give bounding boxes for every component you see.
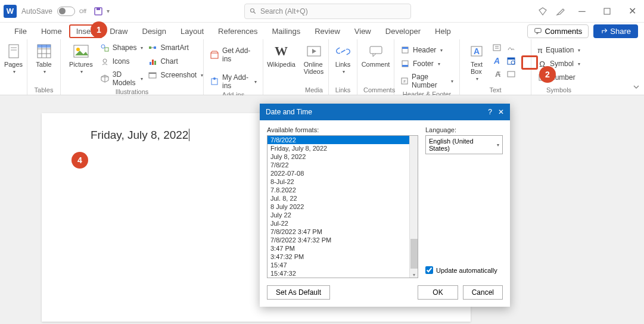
svg-rect-1: [97, 8, 100, 10]
smartart-button[interactable]: SmartArt: [148, 42, 203, 54]
dialog-close-icon[interactable]: ✕: [498, 108, 504, 116]
scrollbar[interactable]: ▾: [409, 136, 418, 278]
page-number-button[interactable]: #Page Number▾: [400, 71, 453, 91]
close-button[interactable]: ✕: [624, 3, 640, 20]
textbox-button[interactable]: A Text Box▾: [466, 42, 487, 83]
tab-view[interactable]: View: [347, 24, 378, 38]
update-auto-checkbox[interactable]: [425, 266, 433, 274]
diamond-icon[interactable]: [538, 7, 547, 16]
toggle-icon[interactable]: [57, 7, 75, 16]
format-option[interactable]: 7/8/2022 3:47 PM: [267, 228, 418, 236]
signature-icon[interactable]: [506, 43, 516, 52]
format-option[interactable]: 7/8/22: [267, 161, 418, 169]
my-addins-button[interactable]: My Add-ins▾: [210, 72, 257, 91]
tab-layout[interactable]: Layout: [173, 24, 211, 38]
ok-button[interactable]: OK: [418, 285, 458, 300]
svg-rect-28: [211, 53, 218, 58]
format-option[interactable]: 3:47:32 PM: [267, 253, 418, 261]
wordart-icon[interactable]: A: [492, 56, 502, 66]
cube-icon: [100, 74, 110, 83]
format-option[interactable]: 15:47:32: [267, 269, 418, 278]
dropcap-icon[interactable]: A: [492, 69, 502, 79]
format-option[interactable]: 8-Jul-22: [267, 177, 418, 186]
tab-file[interactable]: File: [7, 24, 34, 38]
search-input[interactable]: Search (Alt+Q): [244, 4, 411, 19]
svg-line-3: [254, 11, 256, 13]
format-option[interactable]: July 8, 2022: [267, 152, 418, 161]
datetime-icon[interactable]: [506, 56, 516, 66]
minimize-button[interactable]: ─: [574, 3, 590, 20]
tab-draw[interactable]: Draw: [102, 24, 135, 38]
format-option[interactable]: 2022-07-08: [267, 169, 418, 177]
footer-icon: [400, 59, 410, 68]
table-button[interactable]: Table▾: [33, 42, 54, 76]
tab-home[interactable]: Home: [34, 24, 69, 38]
online-videos-button[interactable]: Online Videos: [305, 42, 322, 76]
get-addins-button[interactable]: Get Add-ins: [210, 45, 257, 64]
svg-text:#: #: [403, 79, 406, 83]
quickparts-icon[interactable]: [492, 43, 502, 52]
format-option[interactable]: 7.8.2022: [267, 186, 418, 194]
format-option[interactable]: 8 July 2022: [267, 202, 418, 211]
svg-rect-4: [604, 8, 610, 14]
share-button[interactable]: Share: [593, 24, 638, 38]
shapes-icon: [100, 43, 110, 52]
object-icon[interactable]: [506, 69, 516, 79]
pictures-button[interactable]: Pictures▾: [67, 42, 95, 76]
format-option[interactable]: July 22: [267, 211, 418, 219]
format-option[interactable]: 7/8/2022 3:47:32 PM: [267, 236, 418, 244]
svg-rect-18: [105, 48, 108, 51]
pages-button[interactable]: Pages▾: [6, 42, 21, 76]
table-icon: [36, 43, 52, 60]
tab-help[interactable]: Help: [428, 24, 458, 38]
textbox-icon: A: [468, 43, 485, 60]
format-option[interactable]: Friday, July 8, 2022: [267, 144, 418, 152]
3d-models-button[interactable]: 3D Models▾: [100, 69, 144, 88]
tab-review[interactable]: Review: [307, 24, 347, 38]
group-label-tables: Tables: [33, 86, 54, 95]
maximize-button[interactable]: [599, 3, 615, 20]
header-button[interactable]: Header▾: [400, 44, 453, 56]
scrollbar-thumb[interactable]: [410, 239, 418, 269]
save-icon[interactable]: [94, 7, 103, 16]
dialog-title: Date and Time: [266, 108, 312, 116]
icons-button[interactable]: Icons: [100, 55, 144, 67]
scroll-down-icon[interactable]: ▾: [410, 272, 418, 278]
tab-mailings[interactable]: Mailings: [265, 24, 308, 38]
dialog-titlebar[interactable]: Date and Time ? ✕: [260, 104, 510, 120]
comment-button[interactable]: Comment: [363, 42, 388, 69]
format-option[interactable]: Jul. 8, 22: [267, 194, 418, 202]
collapse-ribbon-icon[interactable]: [632, 83, 640, 91]
chart-button[interactable]: Chart: [148, 55, 203, 67]
svg-rect-20: [149, 46, 151, 49]
addins-icon: [210, 77, 219, 86]
set-default-button[interactable]: Set As Default: [267, 285, 330, 300]
svg-rect-5: [535, 29, 542, 33]
screenshot-button[interactable]: Screenshot▾: [148, 69, 203, 81]
title-bar: W AutoSave Off ▾ Search (Alt+Q) ─ ✕: [0, 0, 644, 23]
tab-design[interactable]: Design: [135, 24, 173, 38]
shapes-button[interactable]: Shapes▾: [100, 42, 144, 54]
wikipedia-button[interactable]: W Wikipedia: [269, 42, 293, 69]
cancel-button[interactable]: Cancel: [463, 285, 503, 300]
format-option[interactable]: 15:47: [267, 261, 418, 269]
language-select[interactable]: English (United States) ▾: [425, 135, 503, 154]
svg-rect-25: [154, 61, 156, 65]
help-icon[interactable]: ?: [488, 108, 492, 116]
autosave-toggle[interactable]: AutoSave Off: [21, 7, 90, 16]
formats-listbox[interactable]: 7/8/2022 Friday, July 8, 2022 July 8, 20…: [267, 135, 418, 278]
format-option[interactable]: Jul-22: [267, 219, 418, 228]
format-option[interactable]: 7/8/2022: [267, 136, 418, 144]
tab-references[interactable]: References: [211, 24, 265, 38]
tab-developer[interactable]: Developer: [378, 24, 428, 38]
equation-button[interactable]: πEquation▾: [537, 44, 580, 56]
format-option[interactable]: 3:47 PM: [267, 244, 418, 253]
comments-button[interactable]: Comments: [527, 24, 589, 38]
svg-point-30: [213, 77, 216, 80]
undo-dropdown-icon[interactable]: ▾: [107, 8, 110, 14]
video-icon: [306, 43, 322, 60]
svg-rect-41: [493, 45, 500, 51]
footer-button[interactable]: Footer▾: [400, 58, 453, 70]
pen-icon[interactable]: [556, 7, 565, 16]
links-button[interactable]: Links▾: [335, 42, 351, 76]
